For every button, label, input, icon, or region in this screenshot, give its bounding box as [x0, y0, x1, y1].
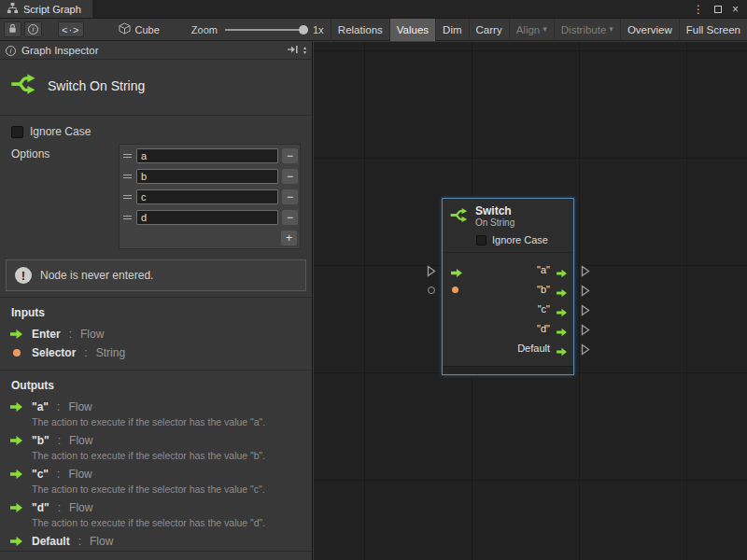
port-row: Default — [443, 339, 573, 358]
add-option-button[interactable]: + — [281, 231, 297, 245]
port-type: Flow — [69, 434, 92, 447]
option-item: − — [121, 187, 298, 207]
relations-button[interactable]: Relations — [331, 19, 389, 41]
warning-icon: ! — [15, 267, 32, 284]
distribute-button[interactable]: Distribute ▾ — [554, 19, 620, 41]
ignore-case-checkbox[interactable] — [476, 235, 486, 245]
flow-input-port[interactable] — [427, 264, 436, 284]
flow-output-port[interactable] — [581, 264, 590, 284]
tab-label: Script Graph — [23, 4, 81, 15]
drag-handle-icon[interactable] — [121, 154, 133, 158]
script-graph-icon — [7, 2, 19, 16]
overview-button[interactable]: Overview — [620, 19, 679, 41]
flow-arrow-icon — [9, 469, 23, 480]
drag-handle-icon[interactable] — [121, 195, 133, 199]
selector-dot-icon[interactable] — [452, 287, 458, 293]
switch-on-string-node[interactable]: Switch On String Ignore Case "a" — [442, 198, 574, 375]
port-name: Default — [32, 535, 70, 548]
port-type: String — [96, 346, 125, 359]
port-description: The action to execute if the selector ha… — [0, 517, 312, 532]
inspector-header-title: Graph Inspector — [21, 45, 98, 56]
flow-output-port[interactable] — [581, 323, 590, 343]
align-label: Align — [516, 24, 541, 35]
chevron-down-icon: ▾ — [609, 25, 613, 34]
port-name: Enter — [32, 328, 61, 341]
ignore-case-checkbox[interactable] — [11, 126, 23, 138]
output-port-row: "c" : Flow — [0, 465, 312, 483]
drag-handle-icon[interactable] — [121, 216, 133, 219]
zoom-slider-handle[interactable] — [299, 25, 308, 35]
distribute-label: Distribute — [561, 24, 607, 35]
output-port-row: "d" : Flow — [0, 498, 312, 517]
port-label: "d" — [537, 323, 550, 334]
remove-option-button[interactable]: − — [282, 210, 298, 225]
port-label: "b" — [537, 284, 550, 295]
flow-output-port[interactable] — [581, 343, 590, 362]
flow-arrow-icon — [9, 502, 23, 513]
selector-input-port[interactable] — [428, 287, 435, 294]
close-icon[interactable]: × — [732, 3, 739, 16]
port-label: Default — [517, 343, 550, 354]
node-subtitle: On String — [475, 217, 514, 229]
remove-option-button[interactable]: − — [282, 189, 298, 204]
node-ignore-case-row: Ignore Case — [443, 231, 573, 252]
remove-option-button[interactable]: − — [282, 169, 298, 184]
dim-button[interactable]: Dim — [435, 19, 468, 41]
ignore-case-row: Ignore Case — [0, 116, 312, 140]
option-input[interactable] — [136, 169, 278, 184]
option-item: − — [121, 166, 298, 187]
option-item: − — [121, 146, 298, 166]
remove-option-button[interactable]: − — [282, 148, 298, 163]
flow-arrow-icon[interactable] — [556, 343, 568, 363]
switch-unit-icon — [9, 70, 37, 101]
flow-arrow-icon — [9, 536, 23, 547]
option-input[interactable] — [136, 189, 278, 204]
warning-text: Node is never entered. — [40, 269, 153, 282]
ignore-case-label: Ignore Case — [492, 234, 548, 245]
values-button[interactable]: Values — [389, 19, 435, 41]
output-port-row: "a" : Flow — [0, 398, 312, 416]
align-button[interactable]: Align ▾ — [509, 19, 554, 41]
chevron-down-icon: ▾ — [543, 25, 547, 34]
zoom-slider[interactable] — [225, 29, 305, 31]
maximize-icon[interactable] — [714, 6, 722, 13]
port-label: "c" — [538, 303, 550, 315]
lock-icon — [7, 23, 18, 35]
dock-icon[interactable] — [287, 45, 299, 56]
node-title: Switch — [475, 205, 514, 217]
graph-canvas[interactable]: Switch On String Ignore Case "a" — [314, 42, 747, 560]
port-type: Flow — [69, 501, 92, 514]
warning-box: ! Node is never entered. — [6, 259, 306, 291]
flow-output-port[interactable] — [581, 284, 590, 303]
options-label: Options — [11, 144, 119, 249]
input-port-row: Enter : Flow — [0, 325, 312, 343]
code-view-button[interactable]: <·> — [58, 21, 84, 37]
lock-button[interactable] — [4, 21, 21, 37]
input-port-row: Selector : String — [0, 343, 312, 362]
drag-handle-icon[interactable] — [121, 175, 133, 178]
option-item: − — [121, 207, 298, 228]
output-port-row: "b" : Flow — [0, 431, 312, 450]
options-list: − − − − + — [119, 144, 301, 249]
tab-strip: Script Graph ⋮ × — [0, 0, 747, 19]
output-port-row: Default : Flow — [0, 532, 312, 551]
node-footer — [443, 366, 573, 374]
port-description: The action to execute if the selector ha… — [0, 483, 312, 498]
string-dot-icon — [9, 349, 23, 357]
carry-button[interactable]: Carry — [469, 19, 509, 41]
context-label: Cube — [135, 24, 160, 35]
option-input[interactable] — [136, 210, 278, 225]
inspect-toggle-button[interactable]: i — [24, 21, 42, 37]
port-type: Flow — [90, 535, 113, 548]
port-name: Selector — [32, 346, 76, 359]
graph-context[interactable]: Cube — [119, 22, 160, 36]
tab-script-graph[interactable]: Script Graph — [0, 0, 92, 18]
info-icon: i — [6, 46, 16, 56]
spinner-icon[interactable]: ▴ ▾ — [303, 46, 306, 55]
option-input[interactable] — [136, 148, 278, 163]
full-screen-button[interactable]: Full Screen — [679, 19, 747, 41]
kebab-menu-icon[interactable]: ⋮ — [693, 3, 704, 16]
spin-down-icon[interactable]: ▾ — [303, 50, 306, 55]
flow-output-port[interactable] — [581, 303, 590, 323]
cube-icon — [119, 22, 131, 36]
